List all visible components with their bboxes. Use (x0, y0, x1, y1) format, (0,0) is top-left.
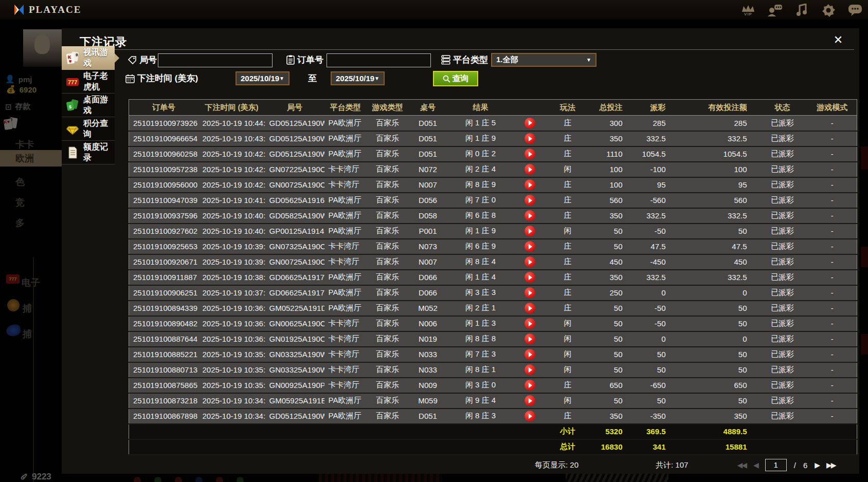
replay-play-button[interactable] (525, 395, 535, 406)
cell-round_id: GN03325A190WS (265, 362, 324, 378)
sidebar-item-quota[interactable]: 额度记录 (62, 141, 115, 164)
cell-order_id: 251019100906251 (129, 285, 198, 301)
col-header-game_type: 游戏类型 (367, 100, 409, 116)
cell-status: 已派彩 (757, 393, 808, 409)
cell-play_side: 闲 (546, 316, 590, 331)
cell-payout: 47.5 (633, 239, 670, 254)
total-label: 总计 (546, 439, 590, 455)
replay-play-button[interactable] (525, 364, 535, 375)
replay-play-button[interactable] (525, 210, 535, 221)
chat-bubble-icon[interactable] (847, 3, 863, 18)
cell-payout: 50 (633, 393, 670, 409)
cell-valid_bet: 50 (670, 316, 757, 331)
friends-chat-icon[interactable] (767, 3, 783, 18)
cell-bet_time: 2025-10-19 10:35:03 (198, 378, 265, 393)
cell-total_bet: 50 (590, 316, 633, 331)
cell-replay (514, 239, 546, 254)
replay-play-button[interactable] (525, 149, 535, 159)
cell-payout: 50 (633, 362, 670, 378)
replay-play-button[interactable] (525, 349, 535, 360)
replay-play-button[interactable] (525, 195, 535, 206)
prev-page-icon[interactable]: ◀ (753, 461, 758, 469)
chevron-down-icon: ▼ (586, 57, 591, 63)
cell-status: 已派彩 (757, 331, 808, 347)
replay-play-button[interactable] (525, 133, 535, 144)
replay-play-button[interactable] (525, 241, 535, 252)
replay-play-button[interactable] (525, 303, 535, 313)
page-number-input[interactable]: 1 (765, 459, 787, 471)
cell-game_mode: - (808, 162, 857, 177)
cell-round_id: GP00125A1914P (265, 224, 324, 239)
date-to-select[interactable]: 2025/10/19 ▼ (331, 71, 385, 85)
cell-result: 闲 8 庄 4 (447, 254, 514, 270)
sidebar-item-points[interactable]: 积分查询 (62, 117, 115, 141)
sidebar-item-table-games[interactable]: $ 桌面游戏 (62, 94, 115, 117)
cell-play_side: 闲 (546, 162, 590, 177)
cell-order_id: 251019100927602 (129, 224, 198, 239)
sidebar-item-live-games[interactable]: 9K♥ 视讯游戏 (62, 46, 115, 70)
cell-bet_time: 2025-10-19 10:44:15 (198, 116, 265, 131)
cell-order_id: 251019100880713 (129, 362, 198, 378)
cell-result: 闲 8 庄 1 (447, 362, 514, 378)
replay-play-button[interactable] (525, 287, 535, 298)
cell-total_bet: 100 (590, 177, 633, 193)
cell-result: 闲 1 庄 5 (447, 116, 514, 131)
cell-order_id: 251019100937596 (129, 208, 198, 224)
platform-type-select[interactable]: 1.全部 ▼ (491, 53, 596, 67)
cell-replay (514, 208, 546, 224)
cell-valid_bet: 50 (670, 301, 757, 316)
vip-crown-icon[interactable]: VIP (740, 3, 756, 18)
cell-play_side: 庄 (546, 239, 590, 254)
replay-play-button[interactable] (525, 318, 535, 329)
cell-valid_bet: 332.5 (670, 131, 757, 146)
close-icon[interactable]: ✕ (830, 32, 846, 48)
query-button[interactable]: 查询 (433, 71, 478, 86)
cell-total_bet: 1110 (590, 146, 633, 162)
round-id-input[interactable] (158, 53, 273, 67)
cell-order_id: 251019100890482 (129, 316, 198, 331)
order-id-input[interactable] (327, 53, 431, 67)
cell-payout: -50 (633, 301, 670, 316)
replay-play-button[interactable] (525, 380, 535, 391)
table-row: 2510191009739262025-10-19 10:44:15GD0512… (129, 116, 857, 131)
cell-platform: PA欧洲厅 (324, 208, 367, 224)
cell-replay (514, 131, 546, 146)
cell-order_id: 251019100911887 (129, 270, 198, 285)
replay-play-button[interactable] (525, 256, 535, 267)
cell-game_type: 百家乐 (367, 239, 409, 254)
settings-gear-icon[interactable] (821, 3, 836, 18)
replay-play-button[interactable] (525, 411, 535, 421)
cell-payout: 0 (633, 331, 670, 347)
cell-result: 闲 2 庄 4 (447, 162, 514, 177)
date-from-select[interactable]: 2025/10/19 ▼ (236, 71, 290, 85)
cell-platform: PA欧洲厅 (324, 409, 367, 424)
sidebar-item-slots[interactable]: 777 电子老虎机 (62, 70, 115, 94)
replay-play-button[interactable] (525, 226, 535, 236)
playace-logo-mark (13, 4, 25, 16)
col-header-play_side: 玩法 (546, 100, 590, 116)
calendar-icon (125, 74, 135, 83)
cell-total_bet: 560 (590, 193, 633, 208)
first-page-icon[interactable]: ◀◀ (737, 461, 746, 469)
replay-play-button[interactable] (525, 272, 535, 283)
music-icon[interactable] (794, 3, 809, 18)
table-row: 2510191009470392025-10-19 10:41:47GD0562… (129, 193, 857, 208)
cell-game_mode: - (808, 208, 857, 224)
replay-play-button[interactable] (525, 164, 535, 175)
replay-play-button[interactable] (525, 118, 535, 128)
replay-play-button[interactable] (525, 179, 535, 190)
cell-play_side: 庄 (546, 301, 590, 316)
cell-payout: 332.5 (633, 131, 670, 146)
cell-table_id: N033 (409, 362, 447, 378)
replay-play-button[interactable] (525, 333, 535, 344)
cell-replay (514, 162, 546, 177)
cell-replay (514, 177, 546, 193)
cell-round_id: GD06625A1917H (265, 270, 324, 285)
last-page-icon[interactable]: ▶▶ (826, 461, 836, 469)
next-page-icon[interactable]: ▶ (815, 461, 819, 469)
cell-result: 闲 1 庄 9 (447, 131, 514, 146)
cell-game_mode: - (808, 362, 857, 378)
cell-total_bet: 50 (590, 239, 633, 254)
cell-status: 已派彩 (757, 270, 808, 285)
subtotal-label: 小计 (546, 424, 590, 439)
